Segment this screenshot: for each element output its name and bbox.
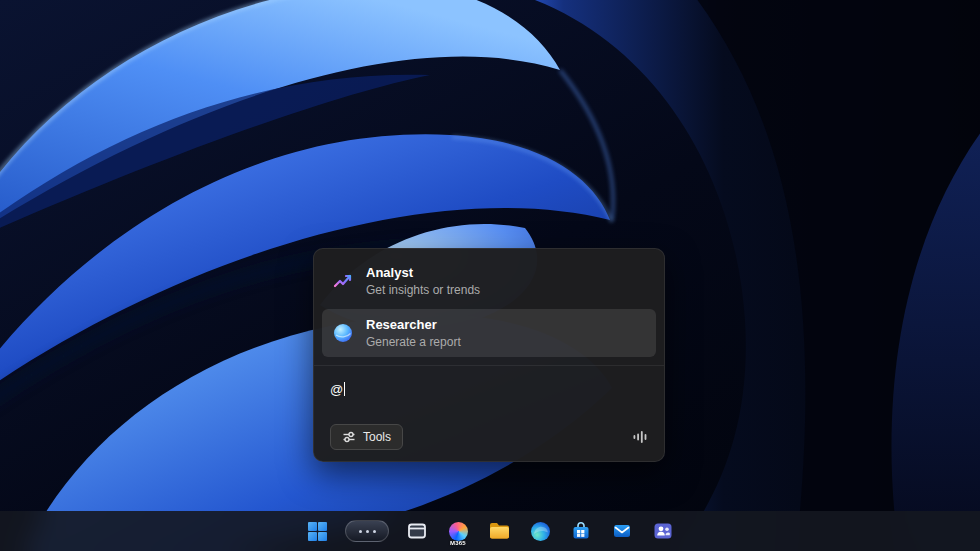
voice-input-button[interactable]	[631, 427, 650, 447]
agent-menu: Analyst Get insights or trends	[314, 249, 664, 365]
waveform-icon	[632, 429, 649, 445]
composer: @ Tools	[314, 366, 664, 461]
microsoft-store-icon	[570, 520, 592, 542]
text-caret	[344, 382, 345, 396]
analyst-icon	[331, 269, 355, 293]
file-explorer-folder-icon	[488, 521, 511, 541]
file-explorer-button[interactable]	[485, 517, 513, 545]
outlook-button[interactable]	[608, 517, 636, 545]
tools-button-label: Tools	[363, 430, 391, 444]
edge-button[interactable]	[526, 517, 554, 545]
teams-button[interactable]	[649, 517, 677, 545]
agent-description: Generate a report	[366, 335, 461, 349]
copilot-agent-popup: Analyst Get insights or trends	[313, 248, 665, 462]
m365-badge: M365	[450, 540, 466, 546]
teams-icon	[652, 520, 674, 542]
tools-button[interactable]: Tools	[330, 424, 403, 450]
agent-item-analyst[interactable]: Analyst Get insights or trends	[322, 257, 656, 305]
agent-name: Researcher	[366, 317, 461, 332]
outlook-icon	[611, 520, 633, 542]
agent-name: Analyst	[366, 265, 480, 280]
agent-item-researcher[interactable]: Researcher Generate a report	[322, 309, 656, 357]
windows-start-icon	[307, 521, 328, 542]
m365-copilot-button[interactable]: M365	[444, 517, 472, 545]
edge-browser-icon	[530, 521, 551, 542]
task-view-window-icon	[406, 520, 428, 542]
input-text: @	[330, 382, 343, 397]
taskbar: M365	[0, 511, 980, 551]
message-input[interactable]: @	[330, 382, 650, 424]
sliders-icon	[342, 430, 356, 444]
agent-description: Get insights or trends	[366, 283, 480, 297]
desktop: Analyst Get insights or trends	[0, 0, 980, 551]
m365-copilot-icon	[449, 522, 468, 541]
researcher-icon	[331, 321, 355, 345]
search-pill-icon	[345, 520, 389, 542]
start-button[interactable]	[303, 517, 331, 545]
task-view-button[interactable]	[403, 517, 431, 545]
search-button[interactable]	[344, 517, 390, 545]
microsoft-store-button[interactable]	[567, 517, 595, 545]
